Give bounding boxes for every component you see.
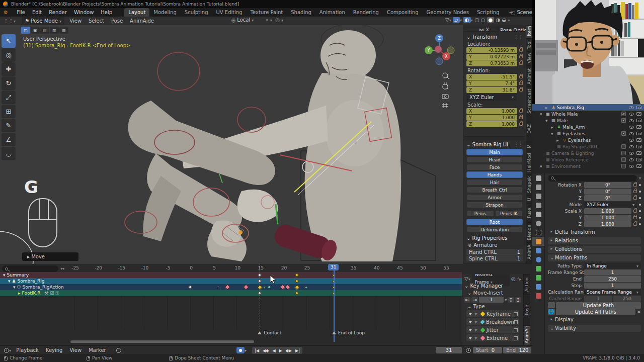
rotation-field-z[interactable]: Z31.8°: [466, 87, 517, 93]
path-icon[interactable]: [548, 302, 555, 308]
use-preview-range-icon[interactable]: [466, 348, 471, 353]
filter-icon[interactable]: ▽▾: [445, 17, 451, 23]
timeline-menu-marker[interactable]: Marker: [85, 346, 110, 354]
shading-solid-icon[interactable]: ●: [487, 17, 495, 23]
paths-type-row[interactable]: Paths Type In Range▾: [548, 263, 641, 269]
disable-render-icon[interactable]: [636, 164, 641, 168]
lock-icon[interactable]: [633, 190, 637, 193]
lock-icon[interactable]: [519, 82, 523, 85]
tool-annotate-icon[interactable]: ✎: [2, 119, 16, 132]
previous-keyframe-button[interactable]: ◀◆: [261, 348, 270, 353]
frame-range-start-row[interactable]: Frame Range Start 1: [548, 269, 641, 276]
outliner-item-rig-shapes-001[interactable]: ▦Rig Shapes.001: [532, 143, 644, 150]
rig-button-penis[interactable]: Penis: [466, 210, 494, 217]
workspace-tab-rendering[interactable]: Rendering: [349, 8, 383, 17]
expand-channels-icon[interactable]: ↔: [60, 266, 64, 272]
timeline-editor-icon[interactable]: [4, 348, 9, 353]
menu-file[interactable]: File: [13, 8, 29, 17]
tool-scale-icon[interactable]: ⤢: [2, 90, 16, 104]
prop-rotation-row-0[interactable]: Rotation X0°: [548, 182, 641, 188]
properties-tab-modifiers[interactable]: [532, 246, 544, 255]
tool-tweak-select-icon[interactable]: ↖: [2, 34, 16, 48]
lock-icon[interactable]: [519, 75, 523, 78]
lock-icon[interactable]: [519, 49, 523, 52]
rig-prop-spine-ctrl[interactable]: Spine CTRL1: [466, 255, 523, 261]
hide-eye-icon[interactable]: [629, 126, 634, 129]
snapping-controls[interactable]: ⌖ ▾ ◎ ▾: [266, 17, 283, 23]
deselect-cursor-icon[interactable]: [474, 336, 478, 339]
rig-button-face[interactable]: Face: [466, 164, 523, 170]
outliner-item-eyelashes[interactable]: ▸▽Eyelashes: [532, 137, 644, 143]
outliner-item-video-reference[interactable]: ▦Video Reference: [532, 156, 644, 163]
clear-paths-icon[interactable]: ✕: [637, 309, 641, 315]
select-cursor-icon[interactable]: [469, 312, 472, 315]
menu-help[interactable]: Help: [97, 8, 116, 17]
delete-icon[interactable]: [514, 328, 518, 332]
current-frame-badge[interactable]: 31: [328, 264, 339, 270]
xray-toggle-icon[interactable]: ▢: [474, 17, 479, 23]
frame-range-end-row[interactable]: End 250: [548, 276, 641, 282]
rig-ui-header[interactable]: ⌄ Sombra Rig UI⋮⋮: [466, 142, 523, 147]
outliner-item-whole-male[interactable]: ▾▦Whole Male✓: [532, 111, 644, 117]
dopesheet-tab-pose-library[interactable]: Pose Library: [524, 294, 530, 325]
hide-eye-icon[interactable]: [629, 158, 634, 161]
delta-transform-section[interactable]: Delta Transform: [548, 229, 641, 236]
lock-icon[interactable]: [519, 116, 523, 119]
transform-panel-header[interactable]: ⌄ Transform⋮⋮: [466, 34, 523, 40]
viewport-menu-pose[interactable]: Pose: [108, 17, 126, 25]
lock-icon[interactable]: [633, 223, 637, 226]
lock-icon[interactable]: [633, 210, 637, 213]
delete-icon[interactable]: [514, 312, 518, 316]
viewport-menu-view[interactable]: View: [66, 17, 85, 25]
rotation-field-y[interactable]: Y7.4°: [466, 80, 517, 86]
navigation-gizmo[interactable]: Z Y X: [424, 30, 456, 109]
tool-measure-icon[interactable]: ∠: [2, 133, 16, 146]
menu-render[interactable]: Render: [45, 8, 70, 17]
rig-properties-header[interactable]: ⌄ Rig Properties: [466, 235, 523, 241]
insert-amount-field[interactable]: 1: [479, 297, 504, 303]
collection-checkbox[interactable]: ✓: [621, 112, 626, 116]
disable-render-icon[interactable]: [636, 119, 641, 122]
disable-render-icon[interactable]: [636, 125, 641, 129]
type-header[interactable]: ⌄ Type: [467, 304, 521, 309]
tool-cursor-icon[interactable]: ◎: [2, 48, 16, 62]
shading-rendered-icon[interactable]: ◒: [502, 17, 506, 23]
properties-tab-texture[interactable]: [532, 291, 544, 300]
hide-eye-icon[interactable]: [629, 152, 634, 155]
rig-button-penis-ik[interactable]: Penis IK: [495, 210, 523, 217]
key-type-breakdown[interactable]: Breakdown: [466, 318, 519, 325]
select-tweak-icon[interactable]: ▢: [21, 27, 30, 34]
key-type-extreme[interactable]: Extreme: [466, 334, 519, 341]
next-keyframe-button[interactable]: ◆▶: [284, 348, 293, 353]
display-section[interactable]: Display: [548, 316, 641, 323]
delete-icon[interactable]: [514, 336, 518, 340]
rig-button-root[interactable]: Root: [466, 219, 523, 225]
rig-button-main[interactable]: Main: [466, 149, 523, 155]
expand-icon[interactable]: ▾: [551, 131, 555, 136]
timeline-menu-keying[interactable]: Keying: [42, 346, 66, 354]
location-field-y[interactable]: Y-0.02723 m: [466, 54, 517, 60]
frame-end-field[interactable]: End 120: [503, 347, 531, 353]
lock-icon[interactable]: [519, 110, 523, 113]
disable-render-icon[interactable]: [636, 138, 641, 142]
move-left-icon[interactable]: ⇤: [464, 297, 470, 303]
lock-icon[interactable]: [633, 197, 637, 200]
channel-sombra-rig[interactable]: ▾♟Sombra_Rig: [0, 278, 462, 284]
move-insert-header[interactable]: ⌄ Move-Insert: [467, 290, 521, 296]
channel-footik-r[interactable]: ▸FootIK.R⚒ ☑ ⚿: [0, 290, 462, 296]
scene-selector[interactable]: ◯ Scene: [511, 8, 532, 17]
channel-sombra-rigaction[interactable]: ▾⚇Sombra_RigAction: [0, 284, 462, 290]
properties-tab-world[interactable]: [532, 219, 544, 228]
outliner-item-eyelashes[interactable]: ▾▦Eyelashes✓: [532, 130, 644, 137]
expand-icon[interactable]: ▸: [551, 125, 555, 130]
select-cursor-icon[interactable]: [469, 320, 472, 323]
lock-icon[interactable]: [519, 88, 523, 92]
auto-key-record-button[interactable]: [236, 347, 245, 353]
tool-rotate-icon[interactable]: ↻: [2, 76, 16, 90]
disable-render-icon[interactable]: [636, 151, 641, 155]
lock-icon[interactable]: [633, 216, 637, 219]
key-type-jitter[interactable]: Jitter: [466, 326, 519, 333]
key-manager-header[interactable]: ⌄ Key Manager: [464, 283, 521, 289]
jump-to-end-button[interactable]: ▶|: [294, 348, 301, 353]
insert-below-icon[interactable]: ↧: [508, 297, 514, 303]
